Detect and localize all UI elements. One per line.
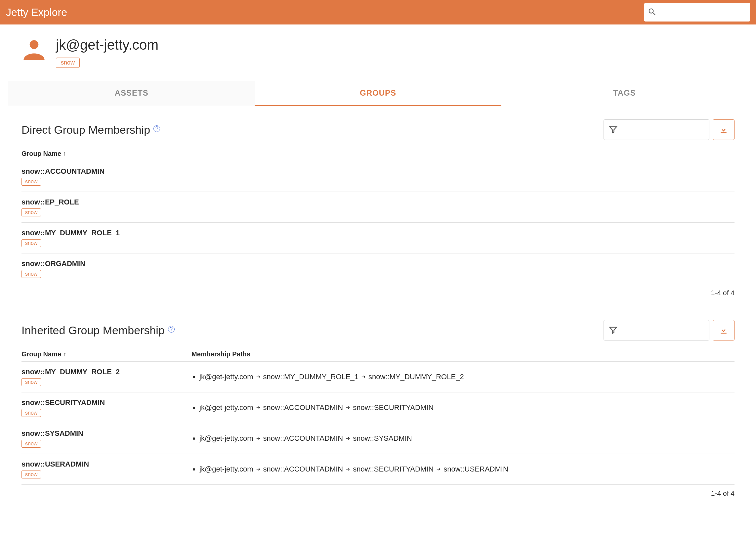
help-icon[interactable]: ? [168,326,175,332]
user-source-badge: snow [56,58,80,68]
group-name: snow::EP_ROLE [22,198,734,207]
download-button-inherited[interactable] [713,320,734,340]
download-button-direct[interactable] [713,120,734,140]
filter-icon [609,325,618,335]
path-segment: snow::MY_DUMMY_ROLE_2 [369,372,464,381]
tab-groups[interactable]: GROUPS [255,81,501,106]
path-segment: snow::MY_DUMMY_ROLE_1 [263,372,359,381]
search-icon [647,7,657,18]
membership-path: jk@get-jetty.comsnow::MY_DUMMY_ROLE_1sno… [199,371,734,382]
arrow-right-icon [345,465,351,475]
app-title: Jetty Explore [6,6,67,19]
user-email: jk@get-jetty.com [56,37,158,53]
table-row[interactable]: snow::MY_DUMMY_ROLE_2snowjk@get-jetty.co… [22,362,734,392]
path-segment: snow::ACCOUNTADMIN [263,465,343,473]
source-badge: snow [22,239,41,247]
avatar-icon [22,37,47,63]
path-segment: jk@get-jetty.com [199,465,253,473]
membership-path: jk@get-jetty.comsnow::ACCOUNTADMINsnow::… [199,464,734,474]
download-icon [719,124,729,135]
path-segment: jk@get-jetty.com [199,434,253,442]
arrow-right-icon [255,434,261,444]
arrow-right-icon [255,403,261,413]
membership-path-list: jk@get-jetty.comsnow::ACCOUNTADMINsnow::… [191,464,734,474]
download-icon [719,325,729,336]
direct-title: Direct Group Membership [22,123,150,136]
membership-path-list: jk@get-jetty.comsnow::MY_DUMMY_ROLE_1sno… [191,371,734,382]
main-content: jk@get-jetty.com snow ASSETS GROUPS TAGS… [4,25,752,507]
group-name: snow::SECURITYADMIN [22,398,191,407]
table-row[interactable]: snow::USERADMINsnowjk@get-jetty.comsnow:… [22,454,734,485]
path-segment: snow::ACCOUNTADMIN [263,403,343,412]
section-inherited-groups: Inherited Group Membership ? Group Name [8,307,748,507]
arrow-right-icon [345,403,351,413]
table-row[interactable]: snow::ACCOUNTADMINsnow [22,161,734,192]
table-row[interactable]: snow::EP_ROLEsnow [22,192,734,223]
search-box[interactable] [644,3,750,22]
source-badge: snow [22,440,41,448]
arrow-right-icon [345,434,351,444]
path-segment: snow::SECURITYADMIN [353,403,433,412]
col-group-name-label: Group Name [22,350,61,358]
table-row[interactable]: snow::SECURITYADMINsnowjk@get-jetty.coms… [22,392,734,423]
col-group-name-label: Group Name [22,150,61,158]
source-badge: snow [22,470,41,478]
path-segment: snow::SECURITYADMIN [353,465,433,473]
pager-direct: 1-4 of 4 [22,284,734,307]
source-badge: snow [22,209,41,217]
group-name: snow::MY_DUMMY_ROLE_1 [22,229,734,237]
arrow-right-icon [255,465,261,475]
tab-assets[interactable]: ASSETS [8,81,255,106]
path-segment: snow::USERADMIN [443,465,508,473]
sort-asc-icon: ↑ [63,351,66,358]
group-name: snow::ACCOUNTADMIN [22,167,734,176]
filter-input-inherited[interactable] [604,320,709,340]
col-group-name-inherited[interactable]: Group Name ↑ [22,350,191,358]
table-row[interactable]: snow::SYSADMINsnowjk@get-jetty.comsnow::… [22,423,734,454]
arrow-right-icon [361,372,367,382]
col-group-name-direct[interactable]: Group Name ↑ [22,150,734,158]
sort-asc-icon: ↑ [63,150,66,157]
col-membership-paths[interactable]: Membership Paths [191,350,734,358]
table-row[interactable]: snow::MY_DUMMY_ROLE_1snow [22,223,734,254]
app-header: Jetty Explore [0,0,756,25]
source-badge: snow [22,378,41,386]
path-segment: snow::ACCOUNTADMIN [263,434,343,442]
membership-path-list: jk@get-jetty.comsnow::ACCOUNTADMINsnow::… [191,433,734,444]
pager-inherited: 1-4 of 4 [22,485,734,507]
membership-path: jk@get-jetty.comsnow::ACCOUNTADMINsnow::… [199,402,734,413]
filter-icon [609,125,618,135]
path-segment: jk@get-jetty.com [199,403,253,412]
path-segment: snow::SYSADMIN [353,434,412,442]
filter-input-direct[interactable] [604,120,709,140]
source-badge: snow [22,178,41,186]
inherited-title: Inherited Group Membership [22,324,165,337]
path-segment: jk@get-jetty.com [199,372,253,381]
membership-path-list: jk@get-jetty.comsnow::ACCOUNTADMINsnow::… [191,402,734,413]
group-name: snow::MY_DUMMY_ROLE_2 [22,368,191,376]
section-direct-groups: Direct Group Membership ? Group Name [8,106,748,307]
tabs: ASSETS GROUPS TAGS [8,81,748,106]
arrow-right-icon [255,372,261,382]
help-icon[interactable]: ? [153,125,160,132]
col-paths-label: Membership Paths [191,350,250,358]
user-header: jk@get-jetty.com snow [8,25,748,74]
search-input[interactable] [659,9,747,15]
group-name: snow::ORGADMIN [22,260,734,268]
membership-path: jk@get-jetty.comsnow::ACCOUNTADMINsnow::… [199,433,734,444]
group-name: snow::USERADMIN [22,460,191,468]
arrow-right-icon [435,465,441,475]
source-badge: snow [22,409,41,417]
source-badge: snow [22,270,41,278]
tab-tags[interactable]: TAGS [501,81,748,106]
table-row[interactable]: snow::ORGADMINsnow [22,254,734,284]
svg-point-0 [30,40,39,49]
group-name: snow::SYSADMIN [22,429,191,438]
